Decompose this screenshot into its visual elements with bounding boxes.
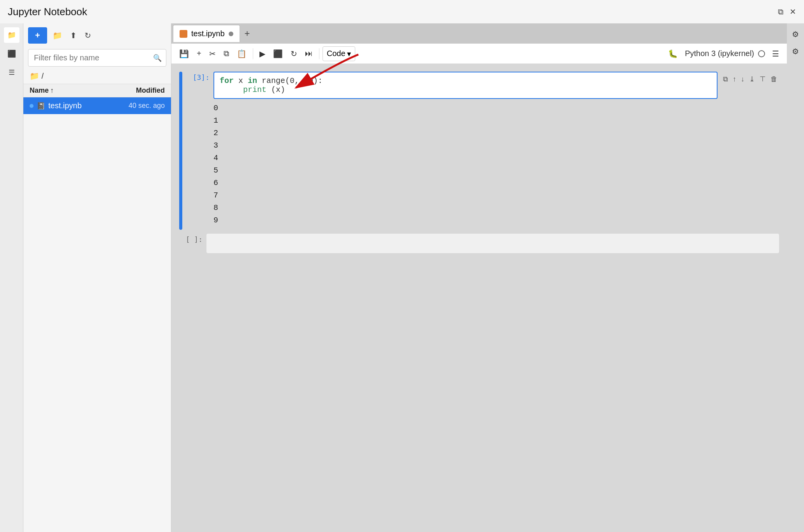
notebook-content: [3]: for x in range(0, 10): print	[171, 64, 787, 532]
output-line-2: 2	[213, 127, 779, 139]
output-line-4: 4	[213, 152, 779, 164]
tab-bar: test.ipynb +	[171, 23, 787, 44]
output-line-3: 3	[213, 139, 779, 152]
external-button[interactable]: ⧉	[778, 7, 783, 16]
add-cell-button[interactable]: +	[194, 47, 205, 60]
cell-prompt: [3]:	[186, 72, 210, 81]
copy-button[interactable]: ⧉	[220, 47, 232, 60]
code-line-2: print (x)	[220, 85, 711, 94]
cell-output: 0 1 2 3 4 5 6 7 8 9	[186, 99, 779, 230]
new-button[interactable]: +	[28, 27, 47, 44]
notebook-settings-button[interactable]: ☰	[769, 47, 782, 61]
new-folder-button[interactable]: 📁	[50, 28, 65, 42]
code-cell: [3]: for x in range(0, 10): print	[179, 72, 779, 230]
app-title: Jupyter Notebook	[8, 6, 87, 18]
sort-icon: ↑	[50, 86, 54, 95]
code-line-1: for x in range(0, 10):	[220, 76, 711, 85]
file-panel: + 📁 ⬆ ↻ 🔍 📁 / Name ↑ Modified 📓 test.ipy…	[23, 23, 171, 532]
tab-unsaved-dot	[229, 32, 233, 36]
cut-button[interactable]: ✂	[206, 47, 219, 61]
output-line-9: 9	[213, 214, 779, 227]
output-line-8: 8	[213, 202, 779, 214]
notebook-tab-name: test.ipynb	[191, 29, 225, 38]
output-line-5: 5	[213, 164, 779, 177]
empty-cell-input[interactable]	[206, 234, 779, 253]
plus-icon: +	[35, 30, 40, 41]
search-input[interactable]	[28, 49, 166, 67]
title-bar: Jupyter Notebook ⧉ ✕	[0, 0, 804, 23]
column-name-header: Name ↑	[30, 86, 102, 95]
notebook-tab-icon	[180, 30, 187, 38]
toolbar-separator-2	[319, 48, 319, 59]
stop-button[interactable]: ⬛	[270, 47, 286, 61]
cell-split-button[interactable]: ⊤	[758, 73, 767, 85]
icon-sidebar: 📁 ⬛ ☰	[0, 23, 23, 532]
output-line-7: 7	[213, 189, 779, 202]
kernel-name-label: Python 3 (ipykernel)	[685, 49, 754, 58]
cell-active-indicator	[179, 72, 182, 230]
file-name: test.ipynb	[48, 101, 129, 110]
file-panel-toolbar: + 📁 ⬆ ↻	[23, 23, 171, 48]
kernel-settings-button[interactable]: 🐛	[665, 47, 681, 61]
notebook-toolbar: 💾 + ✂ ⧉ 📋 ▶ ⬛ ↻ ⏭ Code ▾ 🐛 Python 3 (ipy…	[171, 44, 787, 64]
notebook-icon: 📓	[37, 102, 45, 110]
sidebar-files-btn[interactable]: 📁	[4, 27, 19, 43]
empty-cell: [ ]:	[179, 234, 779, 253]
file-list: 📓 test.ipynb 40 sec. ago	[23, 97, 171, 532]
cell-type-dropdown[interactable]: Code ▾	[323, 46, 355, 61]
output-line-6: 6	[213, 177, 779, 189]
save-button[interactable]: 💾	[176, 47, 192, 61]
fast-forward-button[interactable]: ⏭	[302, 47, 316, 60]
cell-merge-button[interactable]: ⤓	[748, 73, 756, 85]
cell-actions: ⧉ ↑ ↓ ⤓ ⊤ 🗑	[721, 72, 779, 85]
upload-button[interactable]: ⬆	[68, 28, 79, 42]
notebook-area: test.ipynb + 💾 + ✂ ⧉ 📋 ▶ ⬛ ↻ ⏭ Code ▾ 🐛	[171, 23, 787, 532]
output-line-0: 0	[213, 102, 779, 115]
file-list-header: Name ↑ Modified	[23, 84, 171, 97]
cell-copy-button[interactable]: ⧉	[721, 74, 730, 85]
run-button[interactable]: ▶	[256, 47, 268, 61]
cell-move-down-button[interactable]: ↓	[739, 74, 746, 85]
cell-type-label: Code	[327, 49, 346, 58]
chevron-down-icon: ▾	[347, 49, 351, 58]
new-tab-button[interactable]: +	[241, 26, 254, 41]
file-unsaved-dot	[30, 104, 34, 108]
file-item[interactable]: 📓 test.ipynb 40 sec. ago	[23, 97, 171, 114]
restart-button[interactable]: ↻	[287, 47, 300, 61]
sidebar-menu-btn[interactable]: ☰	[4, 65, 19, 80]
kernel-status-circle	[758, 50, 765, 57]
main-layout: 📁 ⬛ ☰ + 📁 ⬆ ↻ 🔍 📁 / Name ↑ Modified	[0, 23, 804, 532]
paste-button[interactable]: 📋	[234, 47, 250, 61]
sidebar-running-btn[interactable]: ⬛	[4, 46, 19, 62]
column-modified-header: Modified	[102, 86, 165, 95]
cell-content: [3]: for x in range(0, 10): print	[186, 72, 779, 230]
cell-input[interactable]: for x in range(0, 10): print (x)	[213, 72, 718, 99]
cell-move-up-button[interactable]: ↑	[731, 74, 738, 85]
right-settings-button-1[interactable]: ⚙	[788, 27, 802, 41]
cell-delete-button[interactable]: 🗑	[769, 74, 779, 85]
output-line-1: 1	[213, 115, 779, 127]
notebook-tab[interactable]: test.ipynb	[173, 25, 240, 42]
code-keyword-for: for	[220, 76, 234, 85]
empty-cell-prompt: [ ]:	[179, 234, 203, 243]
code-builtin-print: print	[243, 85, 266, 94]
file-search-container: 🔍	[28, 49, 166, 67]
window-controls: ⧉ ✕	[778, 7, 796, 16]
toolbar-separator-1	[253, 48, 253, 59]
cell-prompt-row: [3]: for x in range(0, 10): print	[186, 72, 779, 99]
code-keyword-in: in	[248, 76, 257, 85]
right-settings-button-2[interactable]: ⚙	[788, 44, 802, 58]
right-panel: ⚙ ⚙	[787, 23, 804, 532]
kernel-info: 🐛 Python 3 (ipykernel) ☰	[665, 47, 782, 61]
refresh-button[interactable]: ↻	[82, 28, 93, 42]
breadcrumb: 📁 /	[23, 70, 171, 84]
close-button[interactable]: ✕	[790, 7, 796, 16]
file-modified: 40 sec. ago	[129, 102, 165, 110]
